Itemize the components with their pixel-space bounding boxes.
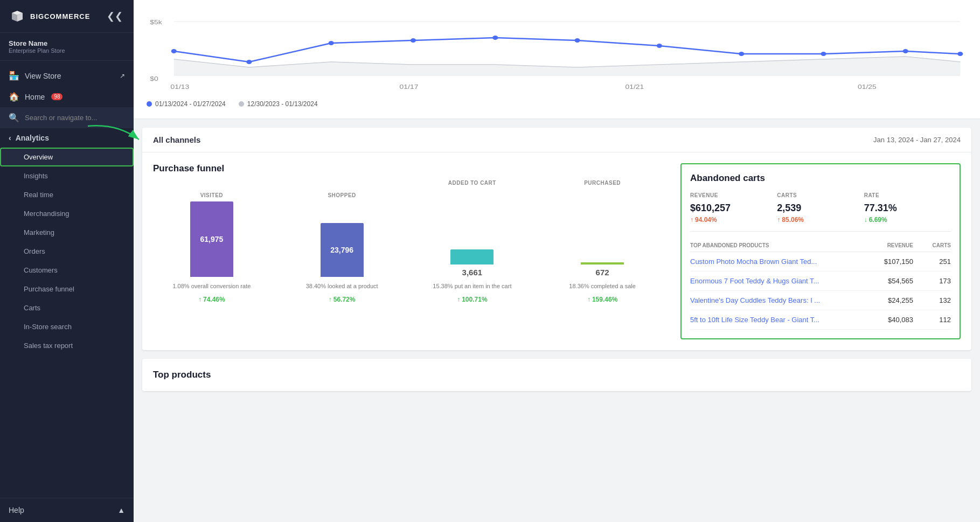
visited-rate-value: 74.46%: [203, 296, 225, 303]
product-revenue-3: $24,255: [859, 296, 913, 304]
product-revenue-1: $107,150: [859, 257, 913, 266]
sidebar-item-realtime[interactable]: Real time: [0, 185, 134, 204]
sidebar: BIGCOMMERCE ❮❮ Store Name Enterprise Pla…: [0, 0, 134, 522]
product-link-4[interactable]: 5ft to 10ft Life Size Teddy Bear - Giant…: [690, 316, 859, 324]
sidebar-item-carts[interactable]: Carts: [0, 298, 134, 317]
shopped-label: SHOPPED: [328, 192, 356, 198]
carts-metric: CARTS 2,539 ↑ 85.06%: [777, 192, 864, 224]
product-col-header: TOP ABANDONED PRODUCTS: [690, 242, 859, 248]
svg-point-17: [739, 52, 744, 56]
visited-desc: 1.08% overall conversion rate: [172, 282, 251, 290]
rate-metric: RATE 77.31% ↓ 6.69%: [864, 192, 951, 224]
view-store-label: View Store: [25, 72, 61, 80]
added-to-cart-desc: 15.38% put an item in the cart: [433, 282, 511, 290]
table-row: 5ft to 10ft Life Size Teddy Bear - Giant…: [690, 310, 951, 330]
funnel-title: Purchase funnel: [153, 163, 661, 174]
sidebar-item-merchandising[interactable]: Merchandising: [0, 204, 134, 223]
visited-rate-arrow: ↑: [198, 296, 201, 303]
store-name: Store Name: [9, 39, 125, 47]
svg-point-10: [171, 49, 177, 53]
svg-text:01/13: 01/13: [170, 83, 189, 90]
shopped-bar-wrapper: 23,796: [321, 201, 364, 277]
svg-text:01/21: 01/21: [625, 83, 644, 90]
sidebar-footer[interactable]: Help ▲: [0, 498, 134, 522]
svg-point-15: [574, 38, 580, 43]
svg-text:01/17: 01/17: [400, 83, 419, 90]
bigcommerce-logo-icon: [9, 8, 26, 25]
rate-metric-label: RATE: [864, 192, 951, 198]
sidebar-item-sales-tax[interactable]: Sales tax report: [0, 336, 134, 355]
search-nav-item[interactable]: 🔍 Search or navigate to...: [0, 107, 134, 128]
sidebar-item-insights[interactable]: Insights: [0, 166, 134, 185]
purchased-rate-arrow: ↑: [587, 296, 590, 303]
product-revenue-4: $40,083: [859, 316, 913, 324]
analytics-main-panel: All channels Jan 13, 2024 - Jan 27, 2024…: [142, 128, 971, 350]
product-revenue-2: $54,565: [859, 277, 913, 285]
revenue-metric-change: ↑ 94.04%: [690, 216, 777, 224]
sidebar-item-instore-search[interactable]: In-Store search: [0, 317, 134, 336]
channels-label: All channels: [153, 135, 200, 144]
home-icon: 🏠: [9, 92, 19, 102]
legend-previous-period: 12/30/2023 - 01/13/2024: [239, 100, 318, 108]
product-link-2[interactable]: Enormous 7 Foot Teddy & Hugs Giant T...: [690, 277, 859, 285]
sidebar-item-marketing[interactable]: Marketing: [0, 223, 134, 242]
home-label: Home: [25, 93, 45, 101]
revenue-col-header: REVENUE: [859, 242, 913, 248]
shopped-rate: ↑ 56.72%: [329, 296, 356, 303]
external-link-icon: ↗: [120, 72, 125, 80]
product-carts-3: 132: [913, 296, 951, 304]
sidebar-header: BIGCOMMERCE ❮❮: [0, 0, 134, 33]
added-to-cart-rate: ↑ 100.71%: [457, 296, 487, 303]
rate-change-value: 6.69%: [869, 216, 887, 224]
visited-label: VISITED: [200, 192, 223, 198]
previous-period-dot: [239, 101, 244, 107]
purchased-rate: ↑ 159.46%: [587, 296, 617, 303]
plan-name: Enterprise Plan Store: [9, 47, 125, 54]
funnel-col-purchased: PURCHASED 672 18.36% completed a sale ↑ …: [544, 180, 661, 303]
sidebar-item-customers[interactable]: Customers: [0, 261, 134, 280]
product-link-1[interactable]: Custom Photo Mocha Brown Giant Ted...: [690, 257, 859, 266]
svg-point-18: [821, 52, 826, 56]
funnel-bars-container: VISITED 61,975 1.08% overall conversion …: [153, 185, 661, 303]
current-period-label: 01/13/2024 - 01/27/2024: [155, 100, 226, 108]
table-row: Valentine's Day Cuddles Teddy Bears: I .…: [690, 291, 951, 310]
added-rate-value: 100.71%: [462, 296, 487, 303]
added-to-cart-bar-wrapper: [450, 189, 494, 265]
search-icon: 🔍: [9, 113, 19, 123]
carts-metric-value: 2,539: [777, 203, 864, 214]
sidebar-item-overview[interactable]: Overview: [0, 148, 134, 166]
svg-marker-9: [174, 57, 961, 75]
chevron-up-icon: ▲: [117, 506, 125, 514]
svg-point-13: [411, 38, 416, 43]
revenue-chart-svg: $5k $0 01/13 01/17 01/21: [147, 11, 967, 92]
svg-point-14: [492, 36, 498, 40]
visited-rate: ↑ 74.46%: [198, 296, 225, 303]
revenue-metric: REVENUE $610,257 ↑ 94.04%: [690, 192, 777, 224]
collapse-sidebar-button[interactable]: ❮❮: [105, 8, 125, 24]
sidebar-item-orders[interactable]: Orders: [0, 242, 134, 261]
chevron-left-icon: ‹: [9, 134, 11, 142]
analytics-label: Analytics: [16, 134, 49, 142]
sidebar-item-home[interactable]: 🏠 Home 98: [0, 86, 134, 107]
rate-change-arrow: ↓: [864, 216, 867, 224]
svg-text:$0: $0: [150, 75, 158, 82]
rate-metric-value: 77.31%: [864, 203, 951, 214]
sidebar-item-view-store[interactable]: 🏪 View Store ↗: [0, 65, 134, 86]
search-placeholder: Search or navigate to...: [25, 114, 97, 122]
abandoned-carts-section: Abandoned carts REVENUE $610,257 ↑ 94.04…: [680, 163, 961, 339]
carts-metric-change: ↑ 85.06%: [777, 216, 864, 224]
sidebar-user-info: Store Name Enterprise Plan Store: [0, 33, 134, 61]
revenue-change-arrow: ↑: [690, 216, 693, 224]
visited-bar-wrapper: 61,975: [190, 201, 233, 277]
sidebar-item-purchase-funnel[interactable]: Purchase funnel: [0, 280, 134, 298]
product-carts-2: 173: [913, 277, 951, 285]
home-badge: 98: [51, 93, 62, 100]
sidebar-logo: BIGCOMMERCE: [9, 8, 90, 25]
product-carts-4: 112: [913, 316, 951, 324]
added-rate-arrow: ↑: [457, 296, 460, 303]
funnel-col-added-to-cart: ADDED TO CART 3,661 15.38% put an item i…: [414, 180, 531, 303]
date-range-label: Jan 13, 2024 - Jan 27, 2024: [873, 136, 961, 144]
table-row: Custom Photo Mocha Brown Giant Ted... $1…: [690, 252, 951, 272]
product-link-3[interactable]: Valentine's Day Cuddles Teddy Bears: I .…: [690, 296, 859, 304]
analytics-section-header[interactable]: ‹ Analytics: [0, 128, 134, 148]
